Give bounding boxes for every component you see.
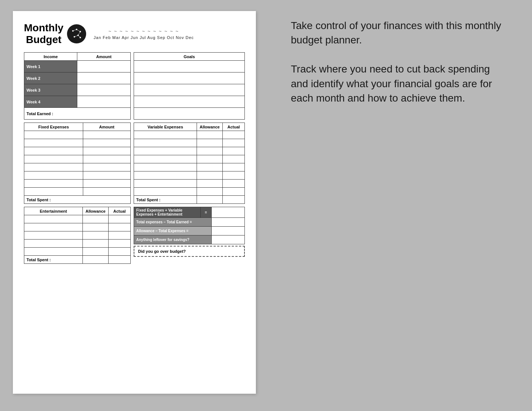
table-row: [24, 248, 131, 256]
table-row: [134, 163, 245, 171]
summary-row-3: Allowance – Total Expenses =: [134, 227, 245, 235]
table-row: [134, 171, 245, 180]
constellation-icon: [67, 24, 86, 43]
table-row: [134, 188, 245, 196]
week1-amount: [77, 61, 131, 72]
summary-row-1: Fixed Expenses + Variable Expenses + Ent…: [134, 207, 245, 218]
document: Monthly Budget: [13, 11, 256, 394]
fixed-header-col2: Amount: [83, 123, 131, 131]
table-row: Week 4: [24, 96, 131, 108]
week4-label: Week 4: [24, 96, 77, 108]
table-row: [134, 108, 245, 120]
table-row: [24, 147, 131, 155]
months-row: Jan Feb Mar Apr Jun Jul Aug Sep Oct Nov …: [94, 35, 194, 40]
summary-label-4: Anything leftover for savings?: [134, 235, 212, 244]
ent-header-col1: Entertainment: [24, 207, 83, 215]
summary-value-4: [211, 235, 244, 244]
variable-expenses-table: Variable Expenses Allowance Actual T: [134, 123, 245, 204]
table-row: [24, 215, 131, 223]
week4-amount: [77, 96, 131, 108]
week3-label: Week 3: [24, 84, 77, 96]
fixed-expenses-table: Fixed Expenses Amount Total Spent :: [24, 123, 131, 204]
table-row: [24, 171, 131, 180]
table-row: Week 2: [24, 72, 131, 84]
middle-section: Fixed Expenses Amount Total Spent :: [24, 123, 245, 204]
table-row: [134, 180, 245, 188]
summary-label-2: Total expenses – Total Earned =: [134, 218, 212, 227]
description-para-1: Take control of your finances with this …: [291, 18, 510, 47]
table-row: [134, 96, 245, 108]
title-block: Monthly Budget: [24, 22, 86, 46]
table-row: [134, 72, 245, 84]
income-total-label: Total Earned :: [24, 108, 131, 120]
svg-line-6: [73, 29, 77, 31]
ent-header-col3: Actual: [109, 207, 131, 215]
svg-line-9: [74, 35, 78, 37]
doc-header: Monthly Budget: [24, 22, 245, 46]
table-row: [134, 139, 245, 147]
week3-amount: [77, 84, 131, 96]
table-row: [24, 240, 131, 248]
doc-title: Monthly Budget: [24, 22, 63, 46]
table-row: Week 1: [24, 61, 131, 72]
bottom-section: Entertainment Allowance Actual Total Spe…: [24, 207, 245, 264]
ent-header-col2: Allowance: [83, 207, 109, 215]
entertainment-table: Entertainment Allowance Actual Total Spe…: [24, 207, 131, 264]
svg-line-8: [78, 32, 80, 35]
top-section: Income Amount Week 1 Week 2 Week 3: [24, 52, 245, 120]
week1-label: Week 1: [24, 61, 77, 72]
table-row: [134, 131, 245, 139]
fixed-total-row: Total Spent :: [24, 196, 131, 204]
over-budget-box: Did you go over budget?: [134, 246, 245, 257]
summary-row-2: Total expenses – Total Earned =: [134, 218, 245, 227]
table-row: [24, 139, 131, 147]
table-row: Week 3: [24, 84, 131, 96]
income-header-col1: Income: [24, 53, 77, 61]
table-row: [24, 155, 131, 163]
summary-value-2: [211, 218, 244, 227]
table-row: [134, 61, 245, 72]
income-total-row: Total Earned :: [24, 108, 131, 120]
svg-point-0: [72, 30, 74, 32]
variable-header-col3: Actual: [223, 123, 245, 131]
decorative-line: ~ ~ ~ ~ ~ ~ ~ ~ ~ ~ ~ ~ ~: [108, 28, 179, 34]
left-panel: Monthly Budget: [0, 0, 269, 411]
summary-eq-1: =: [200, 207, 211, 218]
right-panel: Take control of your finances with this …: [269, 0, 532, 411]
goals-header: Goals: [134, 53, 245, 61]
table-row: [24, 231, 131, 240]
summary-value-1: [211, 207, 244, 218]
income-header-col2: Amount: [77, 53, 131, 61]
over-budget-label: Did you go over budget?: [138, 249, 186, 254]
summary-table: Fixed Expenses + Variable Expenses + Ent…: [134, 207, 245, 244]
table-row: [134, 155, 245, 163]
summary-value-3: [211, 227, 244, 235]
description-para-2: Track where you need to cut back spendin…: [291, 62, 510, 105]
variable-header-col1: Variable Expenses: [134, 123, 197, 131]
income-table: Income Amount Week 1 Week 2 Week 3: [24, 52, 131, 120]
summary-label-1: Fixed Expenses + Variable Expenses + Ent…: [134, 207, 201, 218]
summary-section: Fixed Expenses + Variable Expenses + Ent…: [134, 207, 245, 264]
ent-total-label: Total Spent :: [24, 256, 83, 264]
table-row: [134, 84, 245, 96]
week2-label: Week 2: [24, 72, 77, 84]
table-row: [24, 188, 131, 196]
week2-amount: [77, 72, 131, 84]
table-row: [24, 131, 131, 139]
variable-total-row: Total Spent :: [134, 196, 245, 204]
summary-row-4: Anything leftover for savings?: [134, 235, 245, 244]
table-row: [24, 163, 131, 171]
table-row: [24, 223, 131, 231]
fixed-total-label: Total Spent :: [24, 196, 131, 204]
svg-line-7: [77, 29, 80, 32]
fixed-header-col1: Fixed Expenses: [24, 123, 83, 131]
ent-total-row: Total Spent :: [24, 256, 131, 264]
svg-line-10: [78, 35, 80, 38]
summary-label-3: Allowance – Total Expenses =: [134, 227, 212, 235]
variable-total-label: Total Spent :: [134, 196, 197, 204]
goals-table: Goals: [134, 52, 245, 120]
table-row: [134, 147, 245, 155]
table-row: [24, 180, 131, 188]
month-nav: ~ ~ ~ ~ ~ ~ ~ ~ ~ ~ ~ ~ ~ Jan Feb Mar Ap…: [94, 28, 194, 40]
variable-header-col2: Allowance: [197, 123, 223, 131]
